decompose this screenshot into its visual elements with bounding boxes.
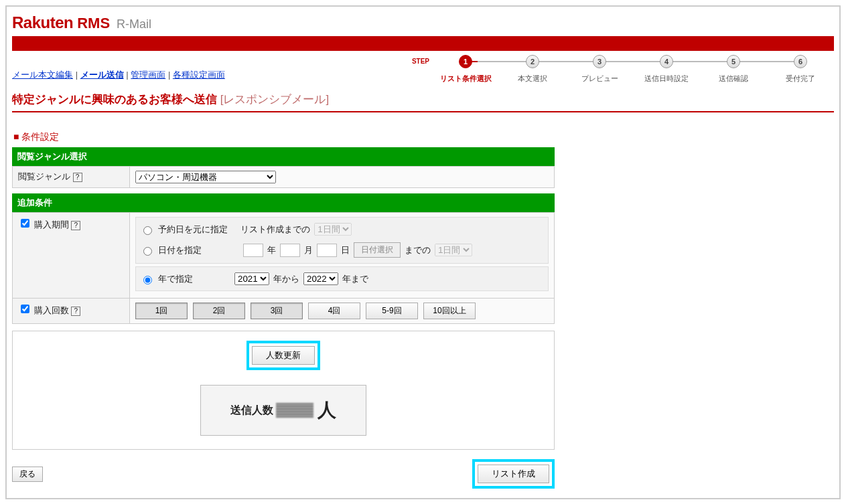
period-opt1-desc: リスト作成までの — [240, 224, 310, 236]
count-btn-3[interactable]: 3回 — [251, 303, 303, 319]
period-opt2-year[interactable] — [243, 244, 263, 257]
panel-genre: 閲覧ジャンル選択 閲覧ジャンル ? パソコン・周辺機器 — [12, 147, 555, 188]
period-from-year[interactable]: 2021 — [234, 272, 269, 285]
panel-conditions-header: 追加条件 — [12, 193, 555, 212]
highlight-create: リスト作成 — [472, 459, 555, 489]
create-list-button[interactable]: リスト作成 — [478, 465, 549, 483]
footer-row: 戻る リスト作成 — [12, 455, 555, 493]
period-opt1-label: 予約日を元に指定 — [158, 224, 228, 236]
step-1: 1 リスト条件選択 — [432, 55, 499, 84]
period-opt2-month[interactable] — [280, 244, 300, 257]
count-btn-4[interactable]: 4回 — [308, 303, 360, 319]
step-label-3: プレビュー — [581, 74, 618, 84]
period-opt3-radio[interactable] — [143, 276, 152, 284]
step-2: 2 本文選択 — [499, 55, 566, 84]
page-title: 特定ジャンルに興味のあるお客様へ送信 [レスポンシブメール] — [12, 84, 834, 112]
help-icon[interactable]: ? — [73, 173, 82, 182]
period-opt2-label: 日付を指定 — [158, 244, 202, 256]
step-6: 6 受付完了 — [767, 55, 834, 84]
step-3: 3 プレビュー — [566, 55, 633, 84]
genre-label: 閲覧ジャンル — [18, 171, 70, 181]
step-label-2: 本文選択 — [518, 74, 547, 84]
count-btn-10plus[interactable]: 10回以上 — [423, 303, 476, 319]
step-dot-5: 5 — [727, 55, 740, 68]
count-buttons: 1回 2回 3回 4回 5-9回 10回以上 — [135, 303, 549, 319]
period-to-year[interactable]: 2022 — [303, 272, 338, 285]
help-icon[interactable]: ? — [71, 221, 80, 230]
count-checkbox[interactable] — [21, 305, 29, 313]
date-pick-button[interactable]: 日付選択 — [354, 242, 401, 258]
step-5: 5 送信確認 — [700, 55, 767, 84]
brand-rms: RMS — [77, 15, 110, 32]
step-label-4: 送信日時設定 — [644, 74, 689, 84]
period-opt1-duration[interactable]: 1日間 — [314, 223, 352, 236]
period-label: 購入期間 — [34, 220, 69, 230]
genre-select[interactable]: パソコン・周辺機器 — [135, 171, 276, 183]
step-4: 4 送信日時設定 — [633, 55, 700, 84]
step-dot-6: 6 — [794, 55, 807, 68]
brand-rakuten: Rakuten — [12, 13, 73, 32]
period-opt2-duration[interactable]: 1日間 — [435, 244, 472, 256]
page-title-main: 特定ジャンルに興味のあるお客様へ送信 — [12, 93, 217, 106]
step-dot-2: 2 — [526, 55, 539, 68]
panel-genre-header: 閲覧ジャンル選択 — [12, 147, 555, 166]
send-count-unit: 人 — [318, 398, 336, 423]
step-label-5: 送信確認 — [719, 74, 748, 84]
back-button[interactable]: 戻る — [12, 467, 43, 482]
step-dot-1: 1 — [459, 55, 472, 68]
nav-links: メール本文編集 | メール送信 | 管理画面 | 各種設定画面 — [12, 62, 225, 84]
header-red-bar — [12, 36, 834, 51]
nav-link-edit[interactable]: メール本文編集 — [12, 70, 73, 80]
period-opt3-label: 年で指定 — [158, 273, 193, 285]
nav-link-manage[interactable]: 管理画面 — [131, 70, 165, 80]
brand-sub: R-Mail — [117, 17, 151, 31]
center-panel: 人数更新 送信人数 人 — [12, 331, 555, 450]
step-dot-4: 4 — [660, 55, 673, 68]
send-count-box: 送信人数 人 — [200, 385, 366, 436]
send-count-value-masked — [276, 403, 313, 418]
section-heading: ■ 条件設定 — [13, 131, 834, 143]
count-btn-2[interactable]: 2回 — [193, 303, 245, 319]
page-title-sub: [レスポンシブメール] — [220, 93, 329, 106]
app-frame: Rakuten RMS R-Mail メール本文編集 | メール送信 | 管理画… — [5, 5, 841, 499]
period-opt1-radio[interactable] — [143, 226, 152, 235]
step-prefix: STEP — [412, 58, 429, 65]
panel-conditions: 追加条件 購入期間 ? 予約日を元に指定 リスト作成までの — [12, 193, 555, 324]
period-opt2-radio[interactable] — [143, 247, 152, 256]
step-dot-3: 3 — [593, 55, 606, 68]
nav-link-send[interactable]: メール送信 — [80, 70, 124, 80]
help-icon[interactable]: ? — [71, 307, 80, 316]
period-opt2-day[interactable] — [317, 244, 337, 257]
send-count-label: 送信人数 — [230, 404, 273, 418]
update-count-button[interactable]: 人数更新 — [252, 346, 315, 365]
highlight-update: 人数更新 — [246, 341, 320, 370]
stepper: STEP 1 リスト条件選択 2 本文選択 3 プレビュー 4 送信日時設定 — [412, 51, 834, 84]
nav-link-settings[interactable]: 各種設定画面 — [173, 70, 225, 80]
step-label-6: 受付完了 — [786, 74, 815, 84]
step-label-1: リスト条件選択 — [440, 74, 492, 84]
count-label: 購入回数 — [34, 305, 69, 315]
header-logo: Rakuten RMS R-Mail — [12, 11, 834, 36]
count-btn-5-9[interactable]: 5-9回 — [366, 303, 418, 319]
count-btn-1[interactable]: 1回 — [135, 303, 188, 319]
period-checkbox[interactable] — [21, 219, 29, 228]
